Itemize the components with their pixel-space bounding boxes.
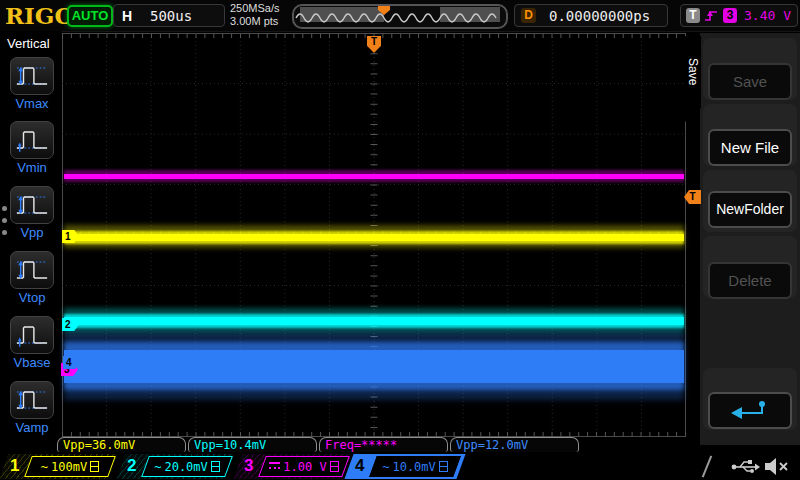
vtop-icon xyxy=(15,257,49,284)
fine-adjust-icon xyxy=(439,461,448,472)
return-button[interactable] xyxy=(708,392,792,429)
dc-coupling-icon xyxy=(269,462,280,472)
channel-4-status[interactable]: 4 ~ 10.0mV xyxy=(347,454,463,479)
menu-tab-save: Save xyxy=(685,36,701,108)
menu-item-label: Vamp xyxy=(9,420,55,435)
ac-coupling-icon: ~ xyxy=(41,462,48,472)
usb-icon xyxy=(730,457,762,476)
memory-depth: 3.00M pts xyxy=(230,15,280,28)
horizontal-scale-box: H 500us xyxy=(113,4,225,27)
horizontal-label: H xyxy=(122,8,132,24)
fine-adjust-icon xyxy=(211,461,220,472)
channel-4-number: 4 xyxy=(355,456,364,476)
horizontal-scale-value: 500us xyxy=(150,8,192,24)
waveform-display: 1 2 3 4 T xyxy=(62,33,686,437)
trigger-delay-box: D 0.00000000ps xyxy=(514,4,668,27)
channel-2-scale: 20.0mV xyxy=(164,460,207,474)
menu-item-label: Vpp xyxy=(9,225,55,240)
rising-edge-icon xyxy=(704,8,720,23)
ac-coupling-icon: ~ xyxy=(154,462,161,472)
trigger-info-box: T 3 3.40 V xyxy=(680,4,798,27)
vbase-icon xyxy=(15,322,49,349)
measurement-4[interactable]: Vpp=12.0mV xyxy=(450,437,579,452)
vmin-icon xyxy=(15,127,49,154)
channel-3-status[interactable]: 3 1.00 V xyxy=(236,454,349,479)
measurement-3[interactable]: Freq=***** xyxy=(319,437,448,452)
menu-item-vmax[interactable]: Vmax xyxy=(9,57,55,111)
fine-adjust-icon xyxy=(330,461,339,472)
channel-4-scale: 10.0mV xyxy=(392,460,435,474)
ac-coupling-icon: ~ xyxy=(382,462,389,472)
channel-1-status[interactable]: 1 ~ 100mV xyxy=(2,454,115,479)
channel-3-scale: 1.00 V xyxy=(283,460,326,474)
trigger-level-value: 3.40 V xyxy=(744,8,791,23)
menu-item-label: Vmax xyxy=(9,96,55,111)
return-arrow-icon xyxy=(728,398,772,422)
menu-item-label: Vbase xyxy=(9,355,55,370)
run-state-badge: AUTO xyxy=(67,5,113,27)
acquisition-info: 250MSa/s 3.00M pts xyxy=(230,2,280,28)
menu-title: Vertical xyxy=(7,36,50,51)
new-file-button[interactable]: New File xyxy=(708,129,792,166)
menu-item-vpp[interactable]: Vpp xyxy=(9,186,55,240)
waveform-memory-preview xyxy=(292,4,508,29)
channel-2-number: 2 xyxy=(127,456,136,476)
channel-1-number: 1 xyxy=(10,456,19,476)
fine-adjust-icon xyxy=(90,461,99,472)
vertical-measure-menu: Vertical Vmax Vmin xyxy=(0,31,61,445)
menu-item-vbase[interactable]: Vbase xyxy=(9,316,55,370)
channel-1-scale: 100mV xyxy=(51,460,87,474)
new-folder-button[interactable]: NewFolder xyxy=(708,191,792,228)
vamp-icon xyxy=(15,387,49,414)
measurement-2[interactable]: Vpp=10.4mV xyxy=(188,437,317,452)
channel-2-status[interactable]: 2 ~ 20.0mV xyxy=(119,454,232,479)
delete-button[interactable]: Delete xyxy=(708,262,792,299)
top-status-bar: RIGOL AUTO H 500us 250MSa/s 3.00M pts D … xyxy=(0,0,800,32)
oscilloscope-screen: RIGOL AUTO H 500us 250MSa/s 3.00M pts D … xyxy=(0,0,800,480)
channel-status-bar: 1 ~ 100mV 2 ~ 20.0mV 3 xyxy=(0,453,800,480)
speaker-muted-icon xyxy=(763,456,791,477)
vmax-icon xyxy=(15,63,49,90)
delay-label: D xyxy=(521,8,536,23)
menu-item-vmin[interactable]: Vmin xyxy=(9,121,55,175)
menu-scroll-indicator xyxy=(2,199,7,242)
channel-3-number: 3 xyxy=(244,456,253,476)
sample-rate: 250MSa/s xyxy=(230,2,280,15)
menu-item-vamp[interactable]: Vamp xyxy=(9,381,55,435)
menu-item-vtop[interactable]: Vtop xyxy=(9,251,55,305)
delay-value: 0.00000000ps xyxy=(549,8,650,24)
save-button[interactable]: Save xyxy=(708,63,792,100)
menu-item-label: Vtop xyxy=(9,290,55,305)
vpp-icon xyxy=(15,192,49,219)
menu-item-label: Vmin xyxy=(9,160,55,175)
measurement-1[interactable]: Vpp=36.0mV xyxy=(57,437,186,452)
memory-waveform-icon xyxy=(294,6,502,23)
trigger-label: T xyxy=(686,8,700,23)
trigger-level-marker[interactable]: T xyxy=(684,190,701,204)
trigger-source-badge: 3 xyxy=(723,8,737,23)
